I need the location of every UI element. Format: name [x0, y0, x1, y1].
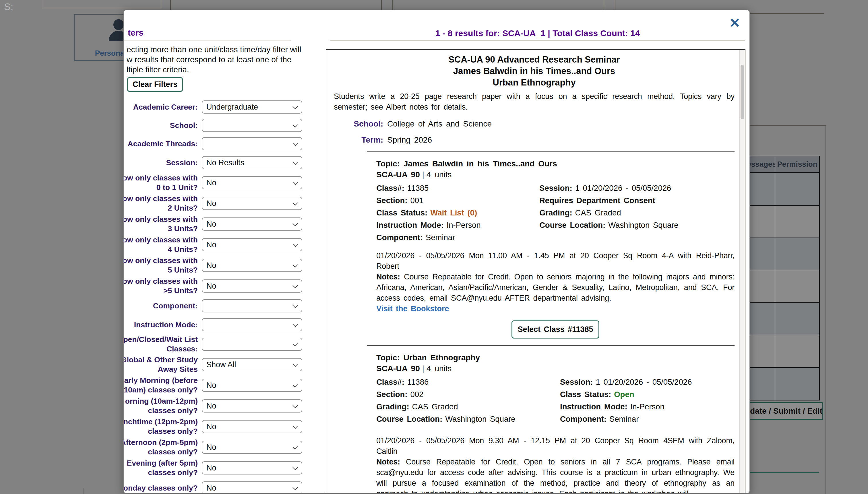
detail-row: Grading:CAS Graded [539, 207, 735, 219]
divider [330, 40, 745, 41]
table-header-permission: Permission [775, 156, 820, 172]
units-2-select[interactable]: No [202, 197, 302, 210]
filter-label: Instruction Mode: [124, 320, 198, 330]
filter-row-units-2: ow only classes with 2 Units? No [124, 193, 317, 214]
filter-row-instruction-mode: Instruction Mode: [124, 315, 317, 334]
filter-row-lunchtime: nchtime (12pm-2pm) classes only? No [124, 416, 317, 437]
select-class-11385-button[interactable]: Select Class #11385 [512, 320, 599, 339]
table-header-row: essages Permission [749, 156, 820, 173]
filter-label: Evening (after 5pm) classes only? [124, 458, 198, 477]
term-label: Term: [334, 135, 383, 145]
school-label: School: [334, 119, 383, 129]
filter-label: ow only classes with 5 Units? [124, 256, 198, 275]
filter-label: arly Morning (before 10am) classes only? [124, 376, 198, 395]
units-3-select[interactable]: No [202, 217, 302, 231]
filter-row-units-5: ow only classes with 5 Units? No [124, 255, 317, 276]
background-corner-text: S; [4, 1, 13, 12]
morning-select[interactable]: No [202, 399, 302, 413]
detail-row: Grading:CAS Graded [376, 400, 560, 413]
course-title-block: SCA-UA 90 Advanced Research Seminar Jame… [334, 54, 735, 88]
bg-box-border [392, 0, 393, 10]
class-separator [367, 151, 735, 152]
open-closed-waitlist-select[interactable] [202, 338, 302, 351]
bg-box-border [604, 0, 604, 10]
table-row [749, 335, 820, 368]
clear-filters-button[interactable]: Clear Filters [127, 77, 183, 92]
scrollbar-thumb[interactable] [741, 65, 744, 119]
class-notes: Notes: Course Repeatable for Credit. Ope… [376, 272, 735, 304]
units-gt5-select[interactable]: No [202, 280, 302, 292]
status-badge: Open [614, 390, 634, 399]
filter-label: ow only classes with 4 Units? [124, 235, 198, 254]
chevron-down-icon [293, 341, 298, 346]
chevron-down-icon [293, 303, 298, 308]
filter-row-evening: Evening (after 5pm) classes only? No [124, 458, 317, 478]
status-badge: Wait List (0) [430, 208, 477, 217]
bg-box-border [161, 0, 161, 8]
filter-row-study-away: Global & Other Study Away Sites Show All [124, 354, 317, 375]
class-result-11386: Topic: Urban Ethnography SCA-UA 90|4 uni… [376, 352, 735, 493]
detail-row: Instruction Mode:In-Person [376, 219, 539, 231]
filter-rows: Academic Career: Undergraduate School: A… [124, 98, 317, 493]
school-row: School:College of Arts and Science [334, 119, 735, 129]
instruction-mode-select[interactable] [202, 318, 302, 331]
meeting-pattern: 01/20/2026 - 05/05/2026 Mon 11.00 AM - 1… [376, 250, 735, 272]
filter-label: ow only classes with 2 Units? [124, 194, 198, 213]
chevron-down-icon [293, 140, 298, 146]
course-description: Students write a 20-25 page research pap… [334, 91, 735, 112]
detail-row: Session:1 01/20/2026 - 05/05/2026 [560, 376, 735, 388]
course-code-line: SCA-UA 90|4 units [376, 169, 735, 180]
results-pane: 1 - 8 results for: SCA-UA_1 | Total Clas… [326, 10, 750, 493]
academic-threads-select[interactable] [202, 137, 302, 150]
component-select[interactable] [202, 299, 302, 312]
units-5-select[interactable]: No [202, 259, 302, 272]
filter-row-units-3: ow only classes with 3 Units? No [124, 214, 317, 234]
evening-select[interactable]: No [202, 461, 302, 475]
class-detail-grid: Class#:11385 Section:001 Class Status:Wa… [376, 182, 735, 244]
school-value: College of Arts and Science [387, 119, 492, 128]
bg-box-border [43, 8, 161, 8]
filter-pane: ters ecting more than one unit/class tim… [124, 10, 317, 493]
filter-label: pen/Closed/Wait List Classes: [124, 335, 198, 354]
detail-row: Section:001 [376, 194, 539, 207]
units-0-1-select[interactable]: No [202, 176, 302, 189]
course-code-line: SCA-UA 90|4 units [376, 363, 735, 374]
results-header-clip: 1 - 8 results for: SCA-UA_1 | Total Clas… [326, 29, 750, 40]
detail-row: Section:002 [376, 388, 560, 400]
filter-row-units-0-1: ow only classes with 0 to 1 Unit? No [124, 172, 317, 193]
filter-row-session: Session: No Results [124, 153, 317, 172]
filter-label: ow only classes with 3 Units? [124, 214, 198, 233]
units-4-select[interactable]: No [202, 238, 302, 251]
detail-row: Class#:11386 [376, 376, 560, 388]
study-away-select[interactable]: Show All [202, 358, 302, 371]
chevron-down-icon [293, 122, 298, 127]
filter-label: orning (10am-12pm) classes only? [124, 397, 198, 415]
scrollbar[interactable] [739, 50, 745, 493]
bg-box-border [749, 13, 824, 14]
bg-box-border [170, 0, 171, 10]
lunchtime-select[interactable]: No [202, 420, 302, 433]
term-value: Spring 2026 [387, 135, 432, 144]
term-row: Term:Spring 2026 [334, 135, 735, 145]
table-row [749, 368, 820, 400]
session-select[interactable]: No Results [202, 156, 302, 169]
divider [124, 40, 291, 40]
results-count-header: 1 - 8 results for: SCA-UA_1 | Total Clas… [436, 29, 640, 40]
bookstore-link[interactable]: Visit the Bookstore [376, 304, 735, 314]
academic-career-select[interactable]: Undergraduate [202, 100, 302, 114]
school-select[interactable] [202, 119, 302, 132]
filter-row-monday: onday classes only? No [124, 478, 317, 493]
filters-heading: ters [128, 28, 144, 38]
early-morning-select[interactable]: No [202, 379, 302, 392]
topic-line: Topic: James Balwdin in his Times..and O… [376, 158, 735, 169]
background-table: essages Permission [748, 156, 820, 400]
monday-select[interactable]: No [202, 481, 302, 493]
bg-box-border [43, 0, 43, 8]
afternoon-select[interactable]: No [202, 441, 302, 454]
class-separator [367, 345, 735, 346]
filter-label: Afternoon (2pm-5pm) classes only? [124, 438, 198, 457]
table-row [749, 270, 820, 303]
course-title-line: Urban Ethnography [334, 77, 735, 88]
update-submit-edit-button[interactable]: date / Submit / Edit [748, 402, 823, 420]
detail-row: Class#:11385 [376, 182, 539, 194]
